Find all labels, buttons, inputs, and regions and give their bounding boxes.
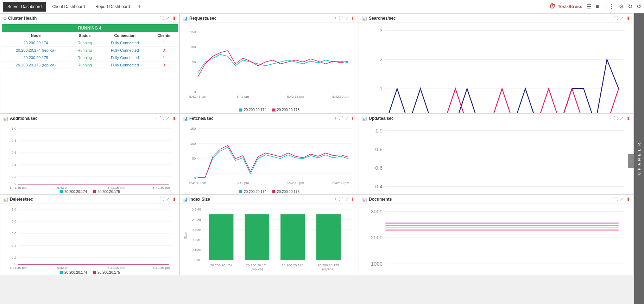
svg-text:2000: 2000 xyxy=(371,235,383,240)
node-link[interactable]: 20.200.20.174 (replica) xyxy=(16,48,56,52)
index-size-header: 📊 Index Size + ⛶ ⤢ ⏸ xyxy=(180,195,359,204)
del-pause-button[interactable]: ⏸ xyxy=(171,196,176,202)
svg-text:1.0: 1.0 xyxy=(12,207,16,211)
add-ctrl-icon[interactable]: + xyxy=(155,16,157,21)
menu2-icon[interactable]: ≡ xyxy=(596,4,599,10)
svg-text:5:42:30 pm: 5:42:30 pm xyxy=(153,186,170,189)
menu1-icon[interactable]: ☰ xyxy=(587,3,592,10)
svg-text:5:42 pm: 5:42 pm xyxy=(237,95,249,98)
srch-popout-icon[interactable]: ⤢ xyxy=(620,16,623,21)
updates-chart-area: 1.0 0.8 0.6 0.4 0.2 0 5:41:45 pm 5:42 pm… xyxy=(362,124,630,194)
additions-sec-panel: 📊 Additions/sec + ⛶ ⤢ ⏸ 1.0 0.8 xyxy=(0,114,179,194)
srch-add-icon[interactable]: + xyxy=(609,16,611,21)
idx-pause-button[interactable]: ⏸ xyxy=(351,196,356,202)
srch-expand-icon[interactable]: ⛶ xyxy=(613,16,618,21)
req-popout-icon[interactable]: ⤢ xyxy=(345,16,349,21)
doc-add-icon[interactable]: + xyxy=(609,197,611,202)
svg-text:5:41:45 pm: 5:41:45 pm xyxy=(10,186,27,189)
node-link[interactable]: 20.200.20.175 xyxy=(23,56,48,60)
svg-text:(replica): (replica) xyxy=(251,267,263,271)
counter-panel-collapse[interactable]: › xyxy=(628,154,634,168)
svg-text:0.6: 0.6 xyxy=(375,165,383,171)
doc-pause-button[interactable]: ⏸ xyxy=(625,196,630,202)
expand-ctrl-icon[interactable]: ⛶ xyxy=(159,16,164,21)
svg-text:50: 50 xyxy=(192,156,196,160)
upd-popout-icon[interactable]: ⤢ xyxy=(620,116,623,121)
idx-expand-icon[interactable]: ⛶ xyxy=(339,197,343,202)
node-link[interactable]: 20.200.20.174 xyxy=(23,41,48,45)
add-add-icon[interactable]: + xyxy=(155,116,157,121)
updates-controls: + ⛶ ⤢ ⏸ xyxy=(609,116,630,121)
svg-text:0.8: 0.8 xyxy=(375,147,383,152)
searches-sec-header: 📊 Searches/sec + ⛶ ⤢ ⏸ xyxy=(359,14,633,23)
req-legend-175: 20.200.20.175 xyxy=(272,108,299,112)
svg-text:5:42 pm: 5:42 pm xyxy=(57,186,70,189)
req-add-icon[interactable]: + xyxy=(334,16,337,21)
running-bar: RUNNING 4 xyxy=(2,24,178,32)
panel-controls: + ⛶ ⤢ ⏸ xyxy=(155,15,176,21)
documents-panel: 📊 Documents + ⛶ ⤢ ⏸ 3000 2000 1000 xyxy=(359,194,633,275)
del-legend-175-color xyxy=(93,271,96,274)
refresh2-icon[interactable]: ↺ xyxy=(637,3,641,10)
node-link[interactable]: 20.200.20.175 (replica) xyxy=(16,63,56,67)
deletes-sec-header: 📊 Deletes/sec + ⛶ ⤢ ⏸ xyxy=(0,195,179,204)
svg-text:0.6: 0.6 xyxy=(12,150,16,154)
req-expand-icon[interactable]: ⛶ xyxy=(339,16,343,21)
tab-client-dashboard[interactable]: Client Dashboard xyxy=(48,2,89,12)
ftch-add-icon[interactable]: + xyxy=(334,116,337,121)
tab-report-dashboard[interactable]: Report Dashboard xyxy=(91,2,134,12)
svg-text:0: 0 xyxy=(194,176,196,180)
ftch-pause-button[interactable]: ⏸ xyxy=(351,116,356,121)
svg-text:(replica): (replica) xyxy=(322,267,335,271)
svg-text:5:41:45 pm: 5:41:45 pm xyxy=(189,181,206,185)
srch-pause-button[interactable]: ⏸ xyxy=(625,15,630,21)
menu3-icon[interactable]: ⋮⋮ xyxy=(603,3,614,10)
index-size-chart-area: 0.5MB 0.4MB 0.3MB 0.2MB 0.1MB 0MB Size 2… xyxy=(183,205,356,275)
idx-add-icon[interactable]: + xyxy=(334,197,337,202)
popout-ctrl-icon[interactable]: ⤢ xyxy=(166,16,169,21)
ftch-legend-175-color xyxy=(272,190,276,193)
req-pause-button[interactable]: ⏸ xyxy=(351,15,356,21)
svg-text:0: 0 xyxy=(194,90,196,94)
searches-chart-svg: 3 2 1 0 5:41:45 pm 5:42 pm 5:42:15 pm 5:… xyxy=(362,24,630,114)
col-connection: Connection xyxy=(100,32,150,39)
documents-icon: 📊 xyxy=(362,197,367,202)
add-expand-icon[interactable]: ⛶ xyxy=(159,116,164,121)
tab-server-dashboard[interactable]: Server Dashboard xyxy=(3,2,46,12)
del-popout-icon[interactable]: ⤢ xyxy=(166,197,169,202)
ftch-legend-174: 20.200.20.174 xyxy=(239,190,266,194)
svg-text:5:42:15 pm: 5:42:15 pm xyxy=(287,95,304,98)
searches-sec-title: 📊 Searches/sec xyxy=(362,16,396,21)
requests-sec-header: 📊 Requests/sec + ⛶ ⤢ ⏸ xyxy=(180,14,359,23)
pause-button[interactable]: ⏸ xyxy=(171,15,176,21)
searches-icon: 📊 xyxy=(362,16,367,21)
idx-popout-icon[interactable]: ⤢ xyxy=(345,197,349,202)
col-node: Node xyxy=(2,32,70,39)
refresh-icon[interactable]: ↻ xyxy=(628,3,632,10)
cluster-health-title: ⊙ Cluster Health xyxy=(3,16,37,21)
svg-text:20.200.20.174: 20.200.20.174 xyxy=(210,263,232,267)
panel-label-text: P A N E L xyxy=(637,148,641,170)
del-add-icon[interactable]: + xyxy=(155,197,157,202)
add-dashboard-button[interactable]: + xyxy=(137,2,141,11)
updates-sec-panel: 📊 Updates/sec + ⛶ ⤢ ⏸ 1.0 0.8 xyxy=(359,114,633,194)
doc-expand-icon[interactable]: ⛶ xyxy=(613,197,618,202)
settings-icon[interactable]: ⚙ xyxy=(619,3,624,10)
additions-icon: 📊 xyxy=(3,116,8,121)
col-status: Status xyxy=(70,32,100,39)
upd-add-icon[interactable]: + xyxy=(609,116,611,121)
add-pause-button[interactable]: ⏸ xyxy=(171,116,176,121)
ftch-legend-175: 20.200.20.175 xyxy=(272,190,299,194)
ftch-popout-icon[interactable]: ⤢ xyxy=(345,116,349,121)
panel-label[interactable]: P A N E L xyxy=(634,147,644,172)
chevron-right-icon: › xyxy=(630,159,632,163)
index-size-chart-body: 0.5MB 0.4MB 0.3MB 0.2MB 0.1MB 0MB Size 2… xyxy=(180,204,359,275)
requests-legend: 20.200.20.174 20.200.20.175 xyxy=(183,107,356,112)
doc-popout-icon[interactable]: ⤢ xyxy=(620,197,623,202)
del-expand-icon[interactable]: ⛶ xyxy=(159,197,164,202)
upd-expand-icon[interactable]: ⛶ xyxy=(613,116,618,121)
table-row: 20.200.20.175 Running Fully Connected 1 xyxy=(2,54,178,62)
upd-pause-button[interactable]: ⏸ xyxy=(625,116,630,121)
add-popout-icon[interactable]: ⤢ xyxy=(166,116,169,121)
ftch-expand-icon[interactable]: ⛶ xyxy=(339,116,343,121)
